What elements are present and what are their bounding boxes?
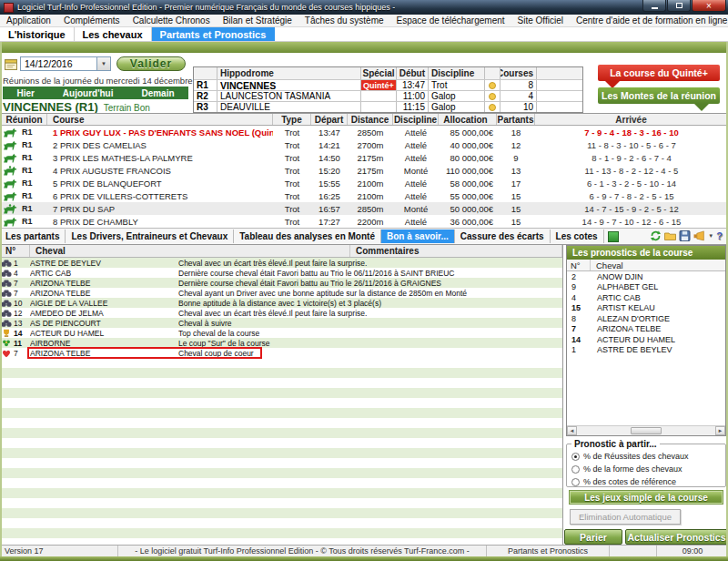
elimination-automatique-button[interactable]: Elimination Automatique: [570, 509, 681, 525]
option-cotes[interactable]: % des cotes de référence: [571, 476, 725, 487]
arrivee: 11 - 8 - 3 - 10 - 5 - 6 - 7: [535, 140, 728, 150]
help-icon[interactable]: ?: [716, 230, 723, 241]
parier-button[interactable]: Parier: [564, 529, 622, 545]
subtab-cassure[interactable]: Cassure des écarts: [455, 230, 551, 243]
menu-bilan[interactable]: Bilan et Stratégie: [217, 15, 298, 26]
course-row[interactable]: R1 2 PRIX DES CAMELIAS Trot 14:21 2700m …: [0, 138, 728, 151]
course-row[interactable]: R1 3 PRIX LES MATHES-LA PALMYRE Trot 14:…: [0, 151, 728, 164]
prono-row[interactable]: 2ANOW DJIN: [567, 271, 725, 282]
radio-icon[interactable]: [571, 478, 580, 486]
announce-horn-icon[interactable]: [693, 230, 705, 241]
subtab-cotes[interactable]: Les cotes: [551, 230, 604, 243]
prono-row[interactable]: 9ALPHABET GEL: [567, 282, 725, 293]
subtab-bon-a-savoir[interactable]: Bon à savoir...: [381, 230, 455, 243]
horse-row[interactable]: 7 ARIZONA TELBE Dernière course cheval é…: [0, 278, 562, 288]
scroll-left-arrow[interactable]: ◄: [567, 426, 577, 435]
horse-comment: Cheval avec un écart très élevé.Il peut …: [178, 309, 562, 318]
arrivee: 6 - 1 - 3 - 2 - 5 - 10 - 14: [535, 178, 728, 189]
prono-row[interactable]: 8ALEZAN D'ORTIGE: [567, 313, 725, 324]
quinte-course-button[interactable]: La course du Quinté+: [598, 65, 720, 81]
prono-row[interactable]: 7ARIZONA TELBE: [567, 324, 725, 335]
radio-icon[interactable]: [571, 465, 580, 474]
prono-row[interactable]: 4ARTIC CAB: [567, 292, 725, 303]
menu-espace[interactable]: Espace de téléchargement: [390, 15, 511, 26]
binoculars-icon: [1, 289, 12, 298]
binoculars-icon: [1, 279, 12, 288]
valider-button[interactable]: Valider: [116, 56, 186, 71]
binoculars-icon: [1, 259, 12, 268]
course-row[interactable]: R1 8 PRIX DE CHAMBLY Trot 17:27 2200m At…: [0, 215, 728, 228]
actualiser-pronostics-button[interactable]: Actualiser Pronostics: [625, 529, 728, 545]
tab-historique[interactable]: L'historique: [0, 27, 75, 41]
horse-row[interactable]: 14 ACTEUR DU HAMEL Top cheval de la cour…: [0, 328, 562, 338]
horse-name: AIRBORNE: [30, 339, 178, 348]
horse-name: ACTEUR DU HAMEL: [30, 329, 178, 338]
menu-calculette[interactable]: Calculette Chronos: [126, 15, 217, 26]
chevron-down-icon[interactable]: ▼: [708, 233, 713, 239]
horse-row[interactable]: 11 AIRBORNE Le coup "Sur" de la course: [0, 338, 562, 348]
horse-row[interactable]: 10 AIGLE DE LA VALLEE Bonne aptitude à l…: [0, 298, 562, 308]
horse-comment: Bonne aptitude à la distance avec 1 vict…: [178, 299, 562, 308]
folder-icon[interactable]: [664, 230, 676, 241]
course-row[interactable]: R1 4 PRIX AUGUSTE FRANCOIS Trot 15:20 21…: [0, 164, 728, 177]
subtab-analyses[interactable]: Tableau des analyses en Monté: [234, 230, 381, 243]
course-name: 5 PRIX DE BLANQUEFORT: [47, 178, 273, 189]
prono-row[interactable]: 15ARTIST KELAU: [567, 303, 725, 314]
jeux-simple-button[interactable]: Les jeux simple de la course: [570, 491, 723, 504]
hippodrome-row[interactable]: R3 DEAUVILLE 11:15 Galop 10: [194, 101, 582, 112]
title-bar: Logiciel Turf-Info Professionnel Edition…: [0, 0, 728, 15]
option-reussites[interactable]: % de Réussites des chevaux: [571, 451, 725, 462]
nav-aujourdhui[interactable]: Aujourd'hui: [63, 88, 114, 98]
arrivee: 6 - 9 - 7 - 8 - 2 - 5 - 15: [535, 191, 728, 201]
prono-row[interactable]: 14ACTEUR DU HAMEL: [567, 334, 725, 345]
subtab-drivers[interactable]: Les Drivers, Entraineurs et Chevaux: [66, 230, 234, 243]
nav-demain[interactable]: Demain: [141, 88, 174, 98]
option-forme[interactable]: % de la forme des chevaux: [571, 464, 725, 474]
maximize-button[interactable]: [667, 0, 691, 12]
horse-row[interactable]: 1 ASTRE DE BEYLEV Cheval avec un écart t…: [0, 258, 562, 268]
prono-row[interactable]: 1ASTRE DE BEYLEV: [567, 345, 725, 356]
window-left-edge: [0, 42, 2, 556]
montes-reunion-button[interactable]: Les Montes de la réunion: [598, 87, 720, 104]
menu-site[interactable]: Site Officiel: [511, 15, 570, 26]
nav-hier[interactable]: Hier: [16, 88, 34, 98]
horse-row[interactable]: 7 ARIZONA TELBE Cheval ayant un Driver a…: [0, 288, 562, 298]
scroll-right-arrow[interactable]: ►: [715, 426, 725, 435]
horizontal-scrollbar[interactable]: ◄ ►: [567, 425, 725, 435]
calendar-icon: [5, 58, 17, 70]
course-row[interactable]: R1 5 PRIX DE BLANQUEFORT Trot 15:55 2100…: [0, 177, 728, 189]
close-button[interactable]: ×: [692, 0, 726, 12]
subtab-partants[interactable]: Les partants: [0, 230, 66, 243]
course-row[interactable]: R1 6 PRIX DE VILLERS-COTTERETS Trot 16:2…: [0, 189, 728, 202]
horse-row[interactable]: 13 AS DE PIENCOURT Cheval à suivre: [0, 318, 562, 328]
date-dropdown-button[interactable]: ▼: [96, 57, 110, 70]
refresh-icon[interactable]: [650, 230, 662, 241]
menu-bar: Application Compléments Calculette Chron…: [0, 15, 728, 27]
menu-complements[interactable]: Compléments: [57, 15, 126, 26]
bon-a-savoir-header: N° Cheval Commentaires: [0, 245, 562, 258]
hippodromes-header: Hippodrome Spécial Début Discipline Cour…: [194, 67, 582, 79]
menu-application[interactable]: Application: [0, 15, 57, 26]
date-select[interactable]: 14/12/2016 ▼: [20, 56, 111, 71]
menu-taches[interactable]: Tâches du système: [298, 15, 390, 26]
scrollbar-thumb[interactable]: [631, 427, 662, 434]
horse-row-coup-de-coeur[interactable]: 7 ARIZONA TELBE Cheval coup de coeur: [0, 348, 562, 358]
arrivee: 14 - 7 - 15 - 9 - 2 - 5 - 12: [535, 204, 728, 214]
save-icon[interactable]: [679, 230, 691, 241]
hippodrome-row[interactable]: R1 VINCENNES Quinté+ 13:47 Trot 8: [194, 79, 582, 90]
radio-selected-icon[interactable]: [571, 453, 580, 461]
menu-aide[interactable]: Centre d'aide et de formation en ligne: [570, 15, 728, 26]
trot-horse-icon: [2, 140, 19, 150]
arrivee: 7 - 9 - 4 - 18 - 3 - 16 - 10: [535, 128, 728, 138]
pronostics-panel: Les pronostics de la course N° Cheval 2A…: [564, 245, 728, 546]
tab-chevaux[interactable]: Les chevaux: [75, 27, 152, 41]
course-row[interactable]: R1 1 PRIX GUY LUX - PAS D'ENFANTS SANS N…: [0, 126, 728, 138]
horse-row[interactable]: 4 ARTIC CAB Dernière course cheval était…: [0, 268, 562, 278]
minimize-button[interactable]: [642, 0, 666, 12]
horse-name: ASTRE DE BEYLEV: [30, 259, 178, 268]
tab-partants-pronostics[interactable]: Partants et Pronostics: [152, 27, 276, 41]
horse-row[interactable]: 12 AMEDEO DE JELMA Cheval avec un écart …: [0, 308, 562, 318]
horse-comment: Cheval à suivre: [178, 319, 562, 328]
course-row-selected[interactable]: R1 7 PRIX DU SAP Trot 16:57 2850m Monté …: [0, 202, 728, 215]
hippodrome-row[interactable]: R2 LAUNCESTON TASMANIA 11:00 Galop 4: [194, 90, 582, 101]
